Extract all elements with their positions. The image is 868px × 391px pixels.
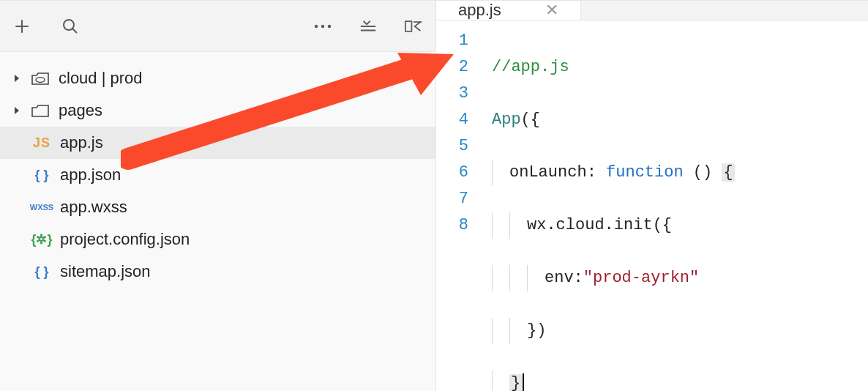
tree-file-project-config[interactable]: {✲} project.config.json xyxy=(0,223,435,256)
code-editor[interactable]: 1 2 3 4 5 6 7 8 //app.js App({ onLaunch:… xyxy=(436,21,868,391)
explorer-toolbar xyxy=(0,1,435,52)
tree-item-label: project.config.json xyxy=(60,230,190,249)
line-number: 7 xyxy=(436,186,468,212)
search-button[interactable] xyxy=(61,18,79,35)
json-file-icon: { } xyxy=(31,168,53,183)
line-number: 1 xyxy=(436,28,468,54)
tab-label: app.js xyxy=(458,1,501,20)
collapse-all-button[interactable] xyxy=(359,18,377,35)
line-number: 3 xyxy=(436,81,468,107)
cloud-folder-icon xyxy=(29,71,51,86)
config-file-icon: {✲} xyxy=(31,231,53,247)
line-number: 8 xyxy=(436,212,468,239)
tree-file-sitemap-json[interactable]: { } sitemap.json xyxy=(0,256,435,288)
line-number: 2 xyxy=(436,54,468,81)
search-icon xyxy=(62,18,78,34)
file-explorer-panel: cloud | prod pages JS app.js { } app.jso… xyxy=(0,1,436,391)
code-token: "prod-ayrkn" xyxy=(583,269,699,287)
svg-rect-4 xyxy=(405,21,412,31)
code-token: { xyxy=(722,163,734,182)
code-token: } xyxy=(509,374,522,391)
svg-point-1 xyxy=(315,24,318,27)
line-number: 4 xyxy=(436,107,468,133)
tree-item-label: app.json xyxy=(60,165,121,185)
more-button[interactable] xyxy=(314,18,332,35)
line-gutter: 1 2 3 4 5 6 7 8 xyxy=(436,28,477,391)
tree-file-app-js[interactable]: JS app.js xyxy=(0,127,435,159)
line-number: 5 xyxy=(436,133,468,160)
tree-item-label: app.js xyxy=(60,133,103,152)
collapse-icon xyxy=(359,19,377,34)
editor-tabbar: app.js ✕ xyxy=(436,1,868,21)
code-token: env xyxy=(545,269,574,287)
code-token: : xyxy=(587,163,606,182)
ellipsis-icon xyxy=(314,23,332,29)
text-cursor xyxy=(523,373,524,391)
tab-app-js[interactable]: app.js ✕ xyxy=(436,1,581,20)
editor-panel: app.js ✕ 1 2 3 4 5 6 7 8 //app.js App({ … xyxy=(436,1,868,391)
code-token: //app.js xyxy=(492,58,569,76)
tree-item-label: app.wxss xyxy=(60,198,127,217)
tree-folder-pages[interactable]: pages xyxy=(0,94,435,127)
tree-file-app-wxss[interactable]: WXSS app.wxss xyxy=(0,191,435,223)
code-token: wx.cloud.init({ xyxy=(527,216,672,234)
tree-folder-cloud[interactable]: cloud | prod xyxy=(0,62,435,94)
js-file-icon: JS xyxy=(31,135,53,151)
code-token: ({ xyxy=(521,111,540,129)
svg-point-3 xyxy=(328,24,331,27)
svg-point-2 xyxy=(321,24,324,27)
file-tree: cloud | prod pages JS app.js { } app.jso… xyxy=(0,52,435,391)
new-file-button[interactable] xyxy=(13,18,31,35)
code-token: : xyxy=(574,269,583,287)
svg-point-5 xyxy=(36,78,45,83)
tree-item-label: cloud | prod xyxy=(59,69,143,88)
line-number: 6 xyxy=(436,160,468,186)
code-lines[interactable]: //app.js App({ onLaunch: function () { w… xyxy=(477,28,868,391)
tree-file-app-json[interactable]: { } app.json xyxy=(0,159,435,191)
json-file-icon: { } xyxy=(31,264,53,280)
code-token: () xyxy=(684,163,722,182)
code-token: App xyxy=(492,111,521,129)
chevron-right-icon xyxy=(13,73,22,83)
code-token: }) xyxy=(527,321,546,340)
tree-item-label: sitemap.json xyxy=(60,262,151,281)
tree-item-label: pages xyxy=(59,101,102,120)
wxss-file-icon: WXSS xyxy=(31,203,53,212)
plus-icon xyxy=(14,18,30,34)
code-token: function xyxy=(606,163,684,182)
close-icon[interactable]: ✕ xyxy=(545,1,558,20)
toggle-panel-button[interactable] xyxy=(405,18,422,35)
chevron-right-icon xyxy=(13,105,22,116)
folder-icon xyxy=(29,103,51,118)
code-token: onLaunch xyxy=(509,163,587,182)
panel-collapse-icon xyxy=(405,18,422,34)
